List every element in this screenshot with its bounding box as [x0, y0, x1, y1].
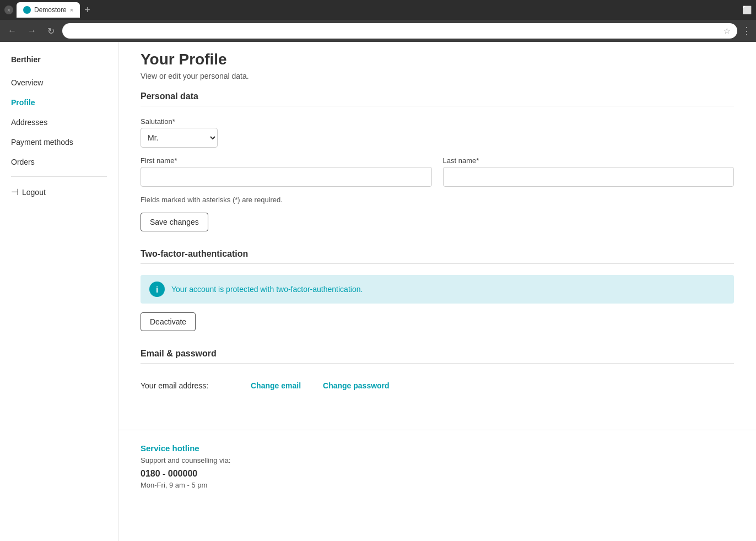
- sidebar-item-payment-methods[interactable]: Payment methods: [0, 132, 118, 152]
- sidebar-item-overview[interactable]: Overview: [0, 73, 118, 93]
- save-changes-button[interactable]: Save changes: [141, 213, 208, 231]
- back-button[interactable]: ←: [4, 24, 20, 38]
- sidebar-username: Berthier: [0, 51, 118, 73]
- salutation-field: Salutation* Mr. Ms. Mrs. Dr.: [141, 117, 734, 148]
- footer: Service hotline Support and counselling …: [118, 430, 756, 502]
- page-layout: Berthier Overview Profile Addresses Paym…: [0, 42, 756, 541]
- address-bar[interactable]: ☆: [62, 23, 737, 39]
- sidebar-item-addresses[interactable]: Addresses: [0, 112, 118, 132]
- deactivate-button[interactable]: Deactivate: [141, 312, 196, 331]
- logout-button[interactable]: ⊣ Logout: [0, 181, 118, 203]
- page-subtitle: View or edit your personal data.: [141, 72, 734, 80]
- first-name-label: First name*: [141, 156, 432, 165]
- email-password-section: Email & password Your email address: Cha…: [141, 349, 734, 397]
- page-title: Your Profile: [141, 42, 734, 72]
- sidebar-item-profile[interactable]: Profile: [0, 93, 118, 112]
- tab-bar: Demostore × +: [17, 2, 739, 18]
- two-factor-divider: [141, 263, 734, 264]
- salutation-label: Salutation*: [141, 117, 734, 126]
- personal-data-divider: [141, 106, 734, 106]
- change-password-link[interactable]: Change password: [323, 381, 390, 390]
- salutation-select[interactable]: Mr. Ms. Mrs. Dr.: [141, 128, 218, 148]
- email-password-title: Email & password: [141, 349, 734, 359]
- email-row: Your email address: Change email Change …: [141, 375, 734, 397]
- last-name-input[interactable]: [443, 167, 735, 187]
- active-tab[interactable]: Demostore ×: [17, 2, 80, 18]
- main-content: Your Profile View or edit your personal …: [118, 42, 756, 541]
- sidebar: Berthier Overview Profile Addresses Paym…: [0, 42, 118, 541]
- change-email-link[interactable]: Change email: [251, 381, 301, 390]
- logout-label: Logout: [22, 188, 46, 197]
- personal-data-title: Personal data: [141, 91, 734, 101]
- first-name-input[interactable]: [141, 167, 432, 187]
- sidebar-item-orders[interactable]: Orders: [0, 152, 118, 172]
- bookmark-icon[interactable]: ☆: [723, 26, 731, 35]
- footer-hotline-title: Service hotline: [141, 443, 734, 453]
- new-tab-button[interactable]: +: [82, 4, 93, 16]
- sidebar-divider: [11, 176, 107, 177]
- last-name-label: Last name*: [443, 156, 735, 165]
- info-icon: i: [149, 282, 165, 297]
- browser-menu-button[interactable]: ⋮: [742, 25, 752, 37]
- email-address-label: Your email address:: [141, 381, 229, 390]
- required-note: Fields marked with asterisks (*) are req…: [141, 196, 734, 204]
- tab-label: Demostore: [34, 6, 67, 14]
- two-factor-info-text: Your account is protected with two-facto…: [171, 285, 363, 294]
- forward-button[interactable]: →: [24, 24, 40, 38]
- tab-close-button[interactable]: ×: [70, 7, 73, 13]
- refresh-button[interactable]: ↻: [44, 24, 58, 39]
- logout-icon: ⊣: [11, 187, 19, 197]
- two-factor-info-box: i Your account is protected with two-fac…: [141, 275, 734, 304]
- footer-phone: 0180 - 000000: [141, 469, 734, 479]
- window-resize-button[interactable]: ⬜: [742, 6, 752, 14]
- email-password-divider: [141, 363, 734, 364]
- browser-chrome: × Demostore × + ⬜: [0, 0, 756, 20]
- first-name-field: First name*: [141, 156, 432, 187]
- two-factor-title: Two-factor-authentication: [141, 249, 734, 259]
- last-name-field: Last name*: [443, 156, 735, 187]
- close-window-button[interactable]: ×: [4, 6, 13, 14]
- address-bar-row: ← → ↻ ☆ ⋮: [0, 20, 756, 42]
- personal-data-section: Personal data Salutation* Mr. Ms. Mrs. D…: [141, 91, 734, 231]
- two-factor-section: Two-factor-authentication i Your account…: [141, 249, 734, 331]
- footer-support-text: Support and counselling via:: [141, 456, 734, 464]
- tab-favicon: [23, 6, 31, 14]
- name-row: First name* Last name*: [141, 156, 734, 187]
- footer-hours: Mon-Fri, 9 am - 5 pm: [141, 481, 734, 489]
